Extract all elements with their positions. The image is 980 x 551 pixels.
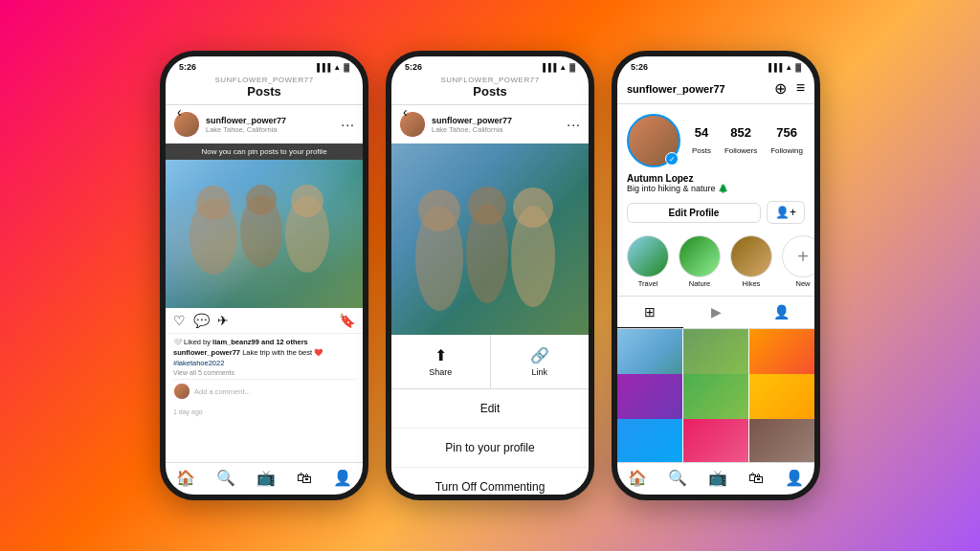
nav-title-1: Posts — [173, 84, 355, 99]
highlight-travel[interactable]: Travel — [627, 235, 669, 288]
phone2-post-image — [391, 143, 589, 335]
profile-nav-icon-3[interactable]: 👤 — [785, 469, 804, 487]
edit-profile-row: Edit Profile 👤+ — [617, 201, 814, 231]
svg-point-1 — [196, 186, 231, 220]
following-label: Following — [770, 146, 803, 155]
phone2-post-options-button[interactable]: ··· — [567, 117, 581, 132]
tab-tagged[interactable]: 👤 — [748, 297, 814, 328]
action-sheet-top: ⬆ Share 🔗 Link — [391, 335, 589, 389]
nav-header-2: SUNFLOWER_POWER77 Posts — [391, 74, 589, 105]
pin-action-item[interactable]: Pin to your profile — [391, 429, 589, 468]
post-user-row: sunflower_power77 Lake Tahoe, California… — [166, 105, 363, 143]
view-comments[interactable]: View all 5 comments — [173, 369, 355, 376]
signal-icon-3: ▐▐▐ — [766, 63, 782, 72]
action-sheet: ⬆ Share 🔗 Link Edit Pin to your profile … — [391, 335, 589, 500]
home-nav-icon-3[interactable]: 🏠 — [628, 469, 647, 487]
time-2: 5:26 — [405, 62, 422, 72]
reels-nav-icon-3[interactable]: 📺 — [708, 469, 727, 487]
followers-count: 852 — [724, 125, 757, 140]
like-button[interactable]: ♡ — [173, 313, 186, 328]
profile-nav-icon[interactable]: 👤 — [333, 469, 352, 487]
phone2-post-username[interactable]: sunflower_power77 — [432, 116, 561, 125]
liked-user[interactable]: liam_beanz99 — [212, 338, 259, 346]
battery-icon-2: ▓ — [569, 63, 575, 72]
share-button[interactable]: ✈ — [217, 313, 229, 328]
add-person-button[interactable]: 👤+ — [767, 201, 805, 224]
edit-action-item[interactable]: Edit — [391, 389, 589, 429]
bottom-nav-3: 🏠 🔍 📺 🛍 👤 — [617, 462, 814, 495]
share-action-icon: ⬆ — [434, 346, 447, 364]
post-options-button[interactable]: ··· — [341, 117, 355, 132]
nav-subtitle-1: SUNFLOWER_POWER77 — [173, 76, 355, 84]
home-nav-icon[interactable]: 🏠 — [176, 469, 195, 487]
svg-point-3 — [246, 185, 277, 215]
shop-nav-icon-3[interactable]: 🛍 — [748, 470, 764, 487]
share-action-label: Share — [429, 367, 452, 377]
nav-title-2: Posts — [399, 84, 581, 99]
signal-icon: ▐▐▐ — [314, 63, 330, 72]
highlights: Travel Nature Hikes + New — [617, 231, 814, 297]
followers-label: Followers — [724, 146, 757, 155]
highlight-hikes[interactable]: Hikes — [730, 235, 772, 288]
link-action-label: Link — [531, 367, 547, 377]
post-username[interactable]: sunflower_power77 — [206, 116, 335, 125]
highlight-nature-circle — [679, 235, 721, 277]
status-bar-3: 5:26 ▐▐▐ ▲ ▓ — [617, 56, 814, 74]
share-action-button[interactable]: ⬆ Share — [391, 335, 491, 388]
tab-reels[interactable]: ▶ — [683, 297, 749, 328]
timestamp: 1 day ago — [166, 407, 363, 417]
add-person-icon: 👤+ — [775, 206, 796, 219]
post-user-info: sunflower_power77 Lake Tahoe, California — [206, 116, 335, 134]
comment-button[interactable]: 💬 — [193, 313, 210, 328]
pin-notice: Now you can pin posts to your profile — [166, 143, 363, 160]
photo-9[interactable] — [749, 419, 814, 462]
status-icons-2: ▐▐▐ ▲ ▓ — [540, 63, 575, 72]
wifi-icon: ▲ — [333, 63, 341, 72]
post-location: Lake Tahoe, California — [206, 125, 335, 134]
posts-stat: 54 Posts — [692, 125, 711, 157]
highlight-travel-circle — [627, 235, 669, 277]
link-action-button[interactable]: 🔗 Link — [491, 335, 590, 388]
edit-profile-button[interactable]: Edit Profile — [627, 203, 761, 223]
highlight-hikes-label: Hikes — [730, 279, 772, 288]
save-button[interactable]: 🔖 — [339, 313, 355, 328]
menu-icon[interactable]: ≡ — [796, 79, 805, 98]
highlight-new[interactable]: + New — [782, 235, 820, 288]
reels-nav-icon[interactable]: 📺 — [256, 469, 276, 487]
following-stat[interactable]: 756 Following — [770, 125, 803, 157]
shop-nav-icon[interactable]: 🛍 — [297, 470, 312, 487]
status-bar-1: 5:26 ▐▐▐ ▲ ▓ — [166, 56, 363, 74]
svg-point-7 — [418, 189, 460, 231]
posts-count: 54 — [692, 125, 711, 140]
time-3: 5:26 — [631, 62, 648, 72]
photo-8[interactable] — [683, 419, 748, 462]
time-1: 5:26 — [179, 62, 196, 72]
post-image — [166, 160, 363, 308]
caption: sunflower_power77 Lake trip with the bes… — [173, 348, 355, 357]
followers-stat[interactable]: 852 Followers — [724, 125, 757, 157]
highlight-new-label: New — [782, 279, 820, 288]
back-button-2[interactable]: ‹ — [403, 104, 408, 120]
phone-3: 5:26 ▐▐▐ ▲ ▓ sunflower_power77 ⊕ ≡ ✓ 54 … — [612, 51, 820, 500]
search-nav-icon[interactable]: 🔍 — [216, 469, 235, 487]
status-bar-2: 5:26 ▐▐▐ ▲ ▓ — [391, 56, 589, 74]
hashtag[interactable]: #laketahoe2022 — [173, 359, 355, 367]
link-action-icon: 🔗 — [530, 346, 549, 364]
photo-7[interactable] — [617, 419, 682, 462]
wifi-icon-3: ▲ — [785, 63, 792, 72]
add-comment-input[interactable]: Add a comment... — [194, 387, 251, 396]
bottom-nav-1: 🏠 🔍 📺 🛍 👤 — [166, 462, 363, 495]
nav-subtitle-2: SUNFLOWER_POWER77 — [399, 76, 581, 84]
caption-username[interactable]: sunflower_power77 — [173, 348, 240, 357]
highlight-nature[interactable]: Nature — [679, 235, 721, 288]
turn-off-commenting-action-item[interactable]: Turn Off Commenting — [391, 468, 589, 500]
search-nav-icon-3[interactable]: 🔍 — [668, 469, 687, 487]
status-icons-3: ▐▐▐ ▲ ▓ — [766, 63, 801, 72]
back-button-1[interactable]: ‹ — [177, 104, 182, 120]
display-name: Autumn Lopez — [627, 173, 805, 184]
post-meta: 🤍 Liked by liam_beanz99 and 12 others su… — [166, 334, 363, 407]
profile-avatar[interactable]: ✓ — [627, 114, 680, 167]
tab-grid[interactable]: ⊞ — [617, 297, 683, 328]
add-post-icon[interactable]: ⊕ — [774, 79, 787, 98]
add-comment-row: Add a comment... — [173, 379, 355, 403]
